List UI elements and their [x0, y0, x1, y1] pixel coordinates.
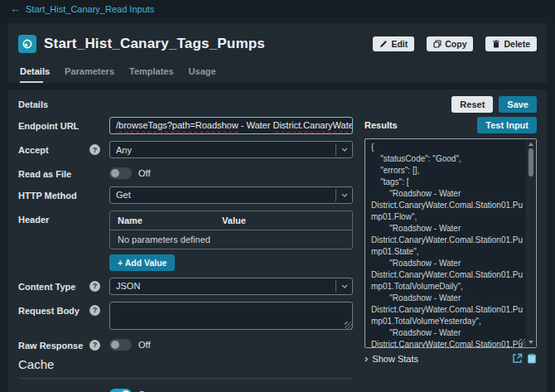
raw-response-state: Off: [138, 340, 150, 350]
raw-response-row: Raw Response ? Off: [18, 336, 353, 351]
cache-section-title: Cache: [18, 357, 353, 371]
scrollbar-thumb[interactable]: [528, 148, 533, 177]
header-empty-text: No parameters defined: [110, 230, 352, 249]
back-link[interactable]: ← Start_Hist_Canary_Read Inputs: [10, 3, 154, 14]
read-as-file-label: Read as File: [18, 165, 89, 180]
enable-cache-label: Enable Cache: [18, 386, 89, 392]
read-as-file-toggle[interactable]: [109, 167, 132, 179]
scroll-down-icon[interactable]: [528, 341, 533, 344]
results-output-box[interactable]: { "statusCode": "Good", "errors": [], "t…: [364, 138, 537, 348]
save-button[interactable]: Save: [499, 96, 537, 113]
open-external-icon[interactable]: [512, 353, 523, 364]
copy-icon: [433, 40, 442, 48]
chevron-down-icon: [335, 189, 352, 201]
details-panel: Details Reset Save Endpoint URL /browseT…: [8, 90, 547, 392]
endpoint-target-icon: [18, 35, 36, 53]
header-row: Header Name Value No parameters defined …: [18, 211, 353, 271]
header-label: Header: [18, 211, 89, 225]
raw-response-toggle[interactable]: [109, 339, 132, 351]
results-panel: Results Test Input { "statusCode": "Good…: [364, 117, 537, 392]
results-scrollbar[interactable]: [526, 140, 535, 346]
request-body-textarea[interactable]: [109, 302, 353, 330]
endpoint-url-input[interactable]: /browseTags?path=Roadshow - Water Distri…: [109, 117, 353, 134]
tab-templates[interactable]: Templates: [129, 66, 174, 83]
raw-response-label: Raw Response: [18, 336, 89, 351]
accept-select[interactable]: Any: [109, 141, 353, 158]
results-json-output: { "statusCode": "Good", "errors": [], "t…: [365, 139, 536, 348]
accept-label: Accept: [18, 141, 89, 156]
endpoint-url-label: Endpoint URL: [18, 117, 89, 132]
request-body-row: Request Body ?: [18, 302, 353, 330]
add-value-button[interactable]: + Add Value: [109, 254, 175, 271]
tab-details[interactable]: Details: [20, 66, 50, 83]
trash-icon: [492, 40, 500, 48]
read-as-file-state: Off: [138, 168, 150, 178]
divider: [18, 378, 353, 379]
test-input-button[interactable]: Test Input: [477, 117, 537, 133]
copy-button[interactable]: Copy: [427, 36, 473, 51]
top-nav: ← Start_Hist_Canary_Read Inputs: [0, 0, 555, 17]
endpoint-url-row: Endpoint URL /browseTags?path=Roadshow -…: [18, 117, 353, 134]
resize-handle-icon[interactable]: [519, 339, 526, 346]
header-col-name: Name: [118, 215, 222, 225]
http-method-label: HTTP Method: [18, 186, 89, 201]
chevron-down-icon: [335, 280, 352, 293]
chevron-right-icon[interactable]: ›: [364, 353, 368, 364]
header-card: Start_Hist_Canary_Tags_Pumps Edit Copy D…: [8, 23, 547, 83]
enable-cache-row: Enable Cache On: [18, 386, 353, 392]
accept-row: Accept ? Any: [18, 141, 353, 158]
help-icon[interactable]: ?: [89, 340, 100, 351]
help-icon[interactable]: ?: [89, 144, 100, 155]
details-form: Endpoint URL /browseTags?path=Roadshow -…: [18, 117, 353, 392]
http-method-row: HTTP Method Get: [18, 186, 353, 204]
content-type-row: Content Type ? JSON: [18, 278, 353, 295]
page-title: Start_Hist_Canary_Tags_Pumps: [44, 36, 265, 52]
read-as-file-row: Read as File Off: [18, 165, 353, 180]
back-arrow-icon: ←: [10, 3, 21, 14]
show-stats-link[interactable]: Show Stats: [372, 354, 418, 364]
enable-cache-toggle[interactable]: [109, 389, 132, 392]
results-title: Results: [364, 120, 398, 130]
tab-bar: Details Parameters Templates Usage: [18, 58, 537, 83]
chevron-down-icon: [335, 143, 352, 156]
tab-usage[interactable]: Usage: [189, 66, 216, 83]
content-type-select[interactable]: JSON: [109, 278, 353, 295]
header-col-value: Value: [222, 215, 345, 225]
edit-button[interactable]: Edit: [373, 36, 414, 51]
help-icon[interactable]: ?: [89, 281, 100, 292]
details-section-title: Details: [18, 99, 48, 109]
http-method-select[interactable]: Get: [109, 186, 353, 204]
pencil-icon: [379, 40, 388, 48]
content-type-label: Content Type: [18, 278, 89, 293]
copy-to-clipboard-icon[interactable]: [527, 353, 537, 364]
reset-button[interactable]: Reset: [451, 96, 493, 113]
help-icon[interactable]: ?: [89, 305, 100, 316]
request-body-label: Request Body: [18, 302, 89, 317]
scroll-up-icon[interactable]: [528, 143, 533, 146]
delete-button[interactable]: Delete: [485, 36, 537, 51]
resize-handle-icon[interactable]: [345, 322, 352, 329]
tab-parameters[interactable]: Parameters: [65, 66, 114, 83]
header-params-table: Name Value No parameters defined: [109, 211, 353, 249]
back-link-label: Start_Hist_Canary_Read Inputs: [26, 4, 154, 14]
